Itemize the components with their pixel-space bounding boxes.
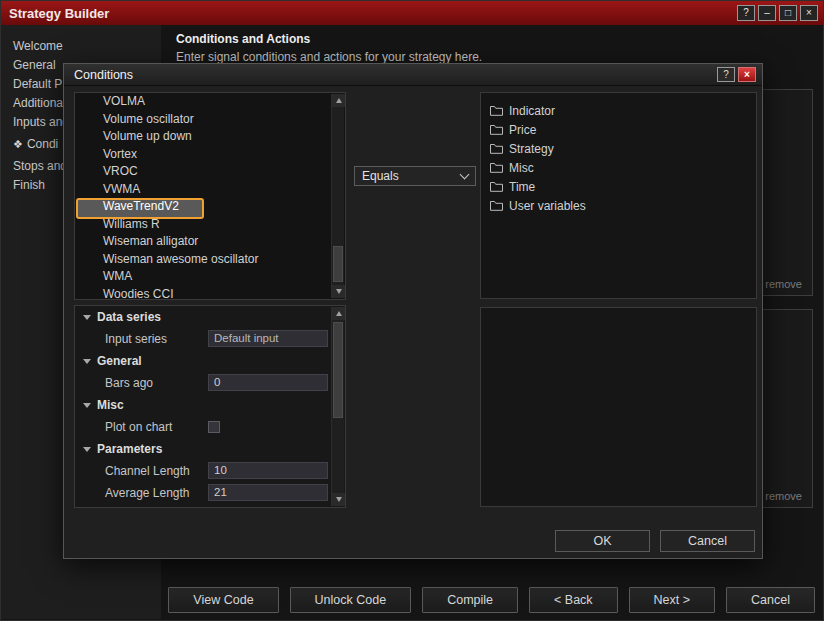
category-misc[interactable]: Misc: [75, 394, 331, 416]
sidebar-item-welcome[interactable]: Welcome: [1, 37, 161, 56]
category-data-series[interactable]: Data series: [75, 306, 331, 328]
channel-length-field[interactable]: 10: [208, 462, 328, 479]
tree-item-user-variables[interactable]: User variables: [490, 196, 756, 215]
list-item[interactable]: VROC: [75, 163, 331, 181]
window-titlebar: Strategy Builder ? – □ ×: [1, 1, 823, 25]
input-series-field[interactable]: Default input: [208, 330, 328, 347]
category-parameters[interactable]: Parameters: [75, 438, 331, 460]
collapse-triangle-icon[interactable]: [83, 359, 91, 364]
folder-icon: [490, 105, 503, 116]
operator-dropdown-value: Equals: [362, 169, 399, 183]
scroll-down-arrow-icon[interactable]: [332, 285, 345, 298]
dialog-help-button[interactable]: ?: [717, 67, 735, 82]
average-length-field[interactable]: 21: [208, 484, 328, 501]
folder-icon: [490, 143, 503, 154]
folder-icon: [490, 162, 503, 173]
comparison-tree[interactable]: Indicator Price Strategy Misc Time User …: [480, 92, 757, 299]
close-button[interactable]: ×: [800, 5, 818, 21]
list-item[interactable]: Volume oscillator: [75, 111, 331, 129]
property-channel-length: Channel Length 10: [75, 460, 331, 482]
indicator-list-scrollbar[interactable]: [331, 94, 344, 298]
plot-on-chart-checkbox[interactable]: [208, 421, 220, 433]
collapse-triangle-icon[interactable]: [83, 447, 91, 452]
condition-detail-panel: [480, 307, 757, 507]
property-plot-on-chart: Plot on chart: [75, 416, 331, 438]
diamond-icon: ❖: [13, 138, 23, 150]
strategy-builder-window: Strategy Builder ? – □ × Welcome General…: [0, 0, 824, 621]
dialog-titlebar: Conditions ? ×: [64, 64, 762, 86]
scroll-down-arrow-icon[interactable]: [332, 493, 345, 506]
conditions-dialog: Conditions ? × VOLMA Volume oscillator V…: [63, 63, 763, 559]
list-item-selected[interactable]: WaveTrendV2: [75, 198, 331, 216]
compile-button[interactable]: Compile: [422, 587, 518, 613]
property-input-series: Input series Default input: [75, 328, 331, 350]
page-title: Conditions and Actions: [176, 32, 482, 46]
window-title: Strategy Builder: [1, 6, 109, 21]
dialog-controls: ? ×: [717, 67, 762, 82]
tree-item-time[interactable]: Time: [490, 177, 756, 196]
scrollbar-thumb[interactable]: [333, 246, 343, 282]
wizard-footer: View Code Unlock Code Compile < Back Nex…: [168, 587, 815, 613]
scroll-up-arrow-icon[interactable]: [332, 94, 345, 107]
list-item[interactable]: VOLMA: [75, 93, 331, 111]
indicator-list[interactable]: VOLMA Volume oscillator Volume up down V…: [74, 92, 346, 300]
window-controls: ? – □ ×: [737, 5, 823, 21]
indicator-list-items: VOLMA Volume oscillator Volume up down V…: [75, 93, 331, 300]
collapse-triangle-icon[interactable]: [83, 403, 91, 408]
view-code-button[interactable]: View Code: [168, 587, 278, 613]
back-button[interactable]: < Back: [529, 587, 618, 613]
bars-ago-field[interactable]: 0: [208, 374, 328, 391]
list-item[interactable]: Vortex: [75, 146, 331, 164]
tree-item-price[interactable]: Price: [490, 120, 756, 139]
cancel-button[interactable]: Cancel: [726, 587, 815, 613]
remove-condition-link[interactable]: remove: [765, 278, 802, 290]
next-button[interactable]: Next >: [629, 587, 715, 613]
list-item[interactable]: Wiseman awesome oscillator: [75, 251, 331, 269]
category-general[interactable]: General: [75, 350, 331, 372]
folder-icon: [490, 124, 503, 135]
remove-action-link[interactable]: remove: [765, 490, 802, 502]
list-item[interactable]: VWMA: [75, 181, 331, 199]
property-bars-ago: Bars ago 0: [75, 372, 331, 394]
unlock-code-button[interactable]: Unlock Code: [290, 587, 412, 613]
list-item[interactable]: WMA: [75, 268, 331, 286]
folder-icon: [490, 200, 503, 211]
properties-scrollbar[interactable]: [331, 307, 344, 506]
minimize-button[interactable]: –: [758, 5, 776, 21]
scrollbar-thumb[interactable]: [333, 322, 343, 418]
dialog-close-button[interactable]: ×: [738, 67, 756, 82]
list-item[interactable]: Woodies CCI: [75, 286, 331, 301]
list-item[interactable]: Wiseman alligator: [75, 233, 331, 251]
page-header: Conditions and Actions Enter signal cond…: [176, 32, 482, 64]
collapse-triangle-icon[interactable]: [83, 315, 91, 320]
tree-item-strategy[interactable]: Strategy: [490, 139, 756, 158]
dialog-cancel-button[interactable]: Cancel: [660, 530, 755, 552]
chevron-down-icon: [460, 169, 470, 179]
scroll-up-arrow-icon[interactable]: [332, 307, 345, 320]
properties-grid: Data series Input series Default input G…: [74, 305, 346, 508]
dialog-title: Conditions: [64, 68, 133, 82]
list-item[interactable]: Volume up down: [75, 128, 331, 146]
operator-dropdown[interactable]: Equals: [354, 166, 476, 186]
list-item[interactable]: Williams R: [75, 216, 331, 234]
tree-item-misc[interactable]: Misc: [490, 158, 756, 177]
properties-rows: Data series Input series Default input G…: [75, 306, 331, 504]
property-average-length: Average Length 21: [75, 482, 331, 504]
help-button[interactable]: ?: [737, 5, 755, 21]
tree-item-indicator[interactable]: Indicator: [490, 101, 756, 120]
ok-button[interactable]: OK: [555, 530, 650, 552]
page-subtitle: Enter signal conditions and actions for …: [176, 50, 482, 64]
maximize-button[interactable]: □: [779, 5, 797, 21]
folder-icon: [490, 181, 503, 192]
